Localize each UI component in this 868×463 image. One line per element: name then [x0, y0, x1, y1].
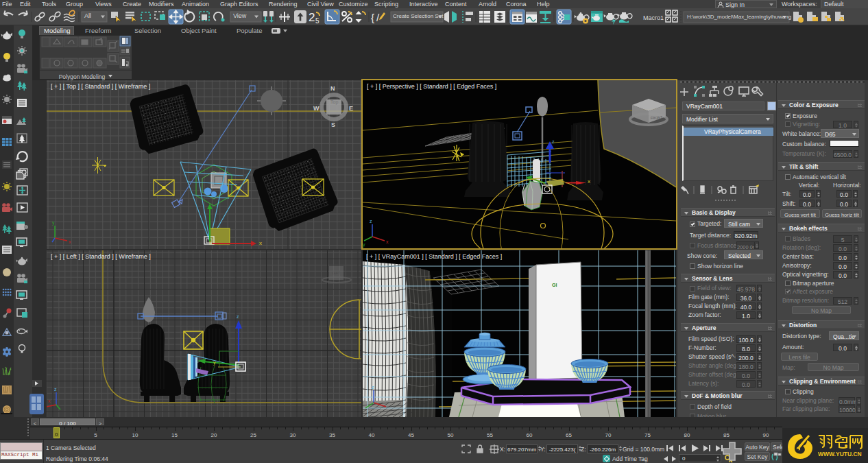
svg-text:z: z: [372, 385, 374, 390]
svg-text:2: 2: [309, 11, 315, 24]
svg-text:/: /: [376, 12, 380, 23]
svg-text:Macro1: Macro1: [643, 14, 664, 21]
svg-text:x: x: [588, 178, 590, 185]
svg-text:z: z: [237, 314, 239, 319]
svg-text:W: W: [313, 105, 320, 112]
svg-text:FRONT: FRONT: [651, 115, 663, 120]
svg-text:Top: Top: [330, 99, 338, 105]
svg-text:N: N: [330, 85, 335, 92]
svg-text:y: y: [363, 242, 365, 248]
svg-text:GI: GI: [552, 283, 557, 287]
svg-text:z: z: [370, 219, 372, 224]
svg-text:S: S: [331, 121, 335, 128]
svg-text:z: z: [552, 139, 555, 144]
svg-text:x: x: [48, 399, 51, 403]
svg-text:5: 5: [315, 17, 320, 25]
svg-text:x: x: [259, 240, 262, 246]
svg-text:LEFT: LEFT: [332, 271, 340, 275]
svg-text:z: z: [54, 387, 57, 392]
svg-text:y: y: [52, 220, 55, 226]
svg-text:x: x: [69, 239, 71, 244]
svg-text:{: {: [371, 12, 374, 23]
svg-text:y: y: [213, 360, 216, 366]
svg-text:E: E: [349, 105, 353, 112]
svg-text:x: x: [386, 239, 389, 244]
